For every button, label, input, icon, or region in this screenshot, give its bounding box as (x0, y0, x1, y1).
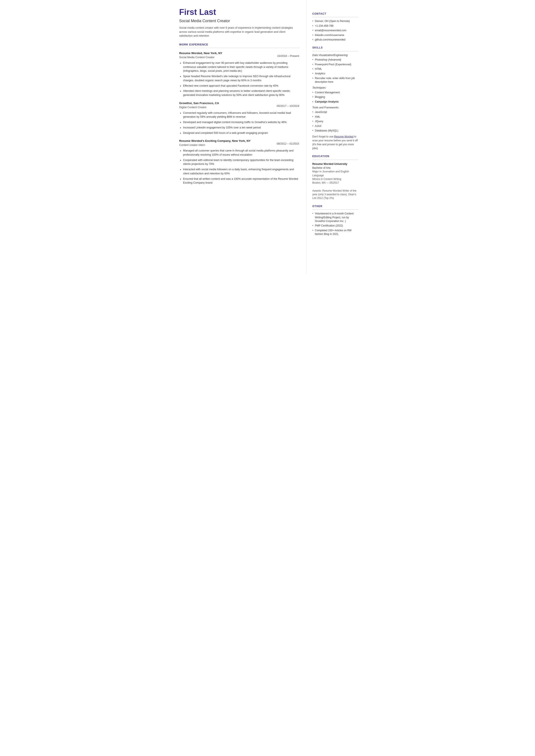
skills-divider (312, 51, 358, 51)
job-title-2: Digital Content Creator (179, 105, 219, 109)
skills-title: SKILLS (312, 46, 358, 49)
job-title-3: Content creator intern (179, 143, 251, 147)
resume-summary: Social media content creator with over 6… (179, 26, 299, 38)
job-bullet-3-2: Cooperated with editorial team to identi… (183, 158, 299, 166)
education-block: Resume Worded University Bachelor of Art… (312, 162, 358, 200)
contact-title: CONTACT (312, 12, 358, 16)
contact-item-4: github.com/resumeworded (312, 38, 358, 42)
job-bullets-3: Managed all customer queries that came i… (179, 149, 299, 185)
contact-item-3: linkedin.com/in/username (312, 33, 358, 37)
edu-major: Major in Journalism and English Language (312, 170, 358, 177)
job-bullet-3-1: Managed all customer queries that came i… (183, 149, 299, 157)
skills-note: Don't forget to use Resume Worded to sca… (312, 135, 358, 150)
contact-item-0: Denver, OH (Open to Remote) (312, 19, 358, 23)
job-bullet-3-3: Interacted with social media followers o… (183, 167, 299, 176)
skill-viz-4: Recruiter note: enter skills from job de… (312, 76, 358, 84)
resume-name: First Last (179, 8, 299, 17)
job-bullet-2-4: Designed and completed 500 hours of a we… (183, 131, 299, 135)
job-bullet-3-4: Ensured that all written content and was… (183, 177, 299, 185)
other-divider (312, 210, 358, 210)
education-title: EDUCATION (312, 154, 358, 158)
skill-tool-0: JavaScript (312, 110, 358, 114)
job-company-2: Growthsi, San Francisco, CA (179, 101, 219, 105)
skills-tools-list: JavaScript XML JQuery AJAX Databases (My… (312, 110, 358, 132)
other-item-2: Completed 150+ Articles on RW fashion Bl… (312, 229, 358, 236)
job-bullets-2: Connected regularly with consumers, infl… (179, 111, 299, 135)
job-company-3: Resume Worded's Exciting Company, New Yo… (179, 139, 251, 143)
job-date-2: 05/2017 – 10/2019 (277, 101, 299, 108)
job-title-1: Social Media Content Creator (179, 55, 222, 59)
skill-tool-3: AJAX (312, 124, 358, 128)
edu-degree: Bachelor of Arts (312, 166, 358, 170)
job-company-1: Resume Worded, New York, NY (179, 51, 222, 55)
left-column: First Last Social Media Content Creator … (171, 0, 306, 274)
skills-tools-label: Tools and Frameworks: (312, 106, 358, 109)
skill-tool-4: Databases (MySQL) (312, 129, 358, 132)
job-block-2: Growthsi, San Francisco, CA Digital Cont… (179, 101, 299, 135)
skill-tool-2: JQuery (312, 120, 358, 123)
job-date-3: 08/2012 – 01/2015 (277, 139, 299, 146)
contact-list: Denver, OH (Open to Remote) +1-234-456-7… (312, 19, 358, 42)
resume-page: First Last Social Media Content Creator … (171, 0, 365, 274)
contact-item-2: email@resumeworded.com (312, 29, 358, 32)
edu-minor: Minors in Content Writing (312, 177, 358, 181)
job-bullet-1-3: Effected new content approach that upsca… (183, 84, 299, 88)
edu-location-date: Boston, MA — 05/2017 (312, 181, 358, 185)
skills-techniques-label: Techniques: (312, 86, 358, 90)
job-bullet-1-4: Attended client meetings and planning se… (183, 89, 299, 97)
skills-techniques-list: Content Management Blogging Campaign Ana… (312, 91, 358, 104)
job-bullets-1: Enhanced engagement by over 90 percent w… (179, 61, 299, 97)
resume-subtitle: Social Media Content Creator (179, 18, 299, 24)
job-header-3: Resume Worded's Exciting Company, New Yo… (179, 139, 299, 149)
edu-institution: Resume Worded University (312, 162, 358, 166)
other-item-1: PMP Certification (2022) (312, 224, 358, 228)
skill-tech-2: Campaign Analysis (312, 100, 358, 104)
job-date-1: 10/2018 – Present (277, 51, 299, 58)
job-bullet-2-2: Developed and managed digital content in… (183, 120, 299, 124)
header-section: First Last Social Media Content Creator … (179, 8, 299, 38)
skill-viz-0: Photoshop (Advanced) (312, 58, 358, 62)
job-header-1: Resume Worded, New York, NY Social Media… (179, 51, 299, 61)
skill-viz-2: HTML (312, 67, 358, 71)
edu-awards: Awards: Resume Worded Writer of the year… (312, 189, 358, 200)
work-experience-divider (179, 48, 299, 48)
job-block-1: Resume Worded, New York, NY Social Media… (179, 51, 299, 97)
skill-tech-1: Blogging (312, 95, 358, 99)
skills-viz-label: Data Visualization/Engineering: (312, 53, 358, 57)
right-column: CONTACT Denver, OH (Open to Remote) +1-2… (306, 0, 365, 274)
skill-viz-1: Powerpoint Prezi (Experienced) (312, 63, 358, 66)
job-bullet-2-3: Increased LinkedIn engagement by 105% ov… (183, 126, 299, 130)
other-list: Volunteered in a 9-month Content Writing… (312, 212, 358, 236)
skill-tech-0: Content Management (312, 91, 358, 95)
skill-tool-1: XML (312, 115, 358, 119)
job-header-2: Growthsi, San Francisco, CA Digital Cont… (179, 101, 299, 111)
job-bullet-1-1: Enhanced engagement by over 90 percent w… (183, 61, 299, 73)
contact-item-1: +1-234-456-789 (312, 24, 358, 28)
skills-note-link[interactable]: Resume Worded (334, 135, 353, 138)
job-bullet-2-1: Connected regularly with consumers, infl… (183, 111, 299, 119)
other-item-0: Volunteered in a 9-month Content Writing… (312, 212, 358, 223)
other-title: OTHER (312, 205, 358, 208)
skill-viz-3: Analytics (312, 72, 358, 75)
skills-note-prefix: Don't forget to use (312, 135, 334, 138)
skills-viz-list: Photoshop (Advanced) Powerpoint Prezi (E… (312, 58, 358, 84)
job-bullet-1-2: Spear headed Resume Worded's site redesi… (183, 74, 299, 83)
work-experience-title: WORK EXPERIENCE (179, 43, 299, 46)
job-block-3: Resume Worded's Exciting Company, New Yo… (179, 139, 299, 185)
